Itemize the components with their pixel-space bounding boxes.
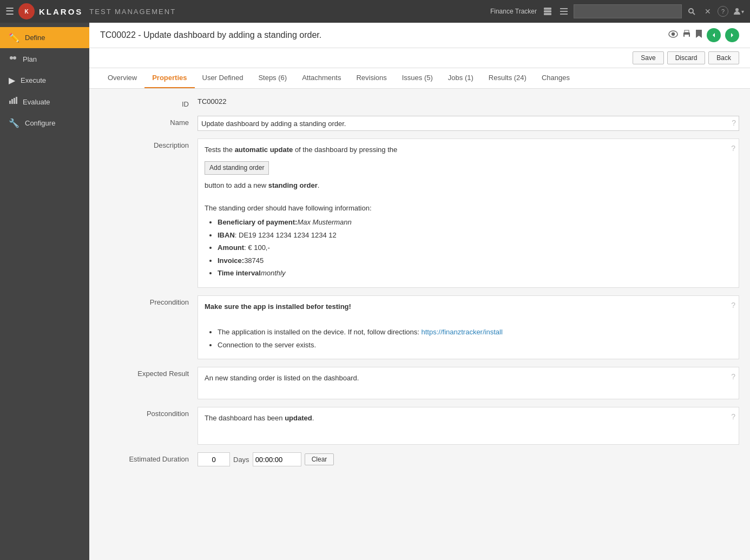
logo-icon: K <box>18 3 35 19</box>
close-search-icon[interactable]: ✕ <box>701 5 714 18</box>
expected-result-field: ? An new standing order is listed on the… <box>198 367 739 399</box>
name-label: Name <box>100 116 198 127</box>
sidebar: ✏️ Define Plan ▶ Execute Evaluate 🔧 Conf… <box>0 23 89 560</box>
expected-result-label: Expected Result <box>100 367 198 378</box>
main-layout: ✏️ Define Plan ▶ Execute Evaluate 🔧 Conf… <box>0 23 750 560</box>
database-icon[interactable] <box>541 5 554 18</box>
list-icon[interactable] <box>557 5 570 18</box>
install-link[interactable]: https://finanztracker/install <box>422 328 503 336</box>
description-row: Description ? Tests the automatic update… <box>100 139 739 288</box>
svg-point-8 <box>689 9 693 13</box>
tab-jobs[interactable]: Jobs (1) <box>440 68 481 88</box>
svg-rect-14 <box>11 99 13 104</box>
tab-revisions[interactable]: Revisions <box>348 68 394 88</box>
svg-text:K: K <box>24 9 29 15</box>
tab-results[interactable]: Results (24) <box>481 68 534 88</box>
define-icon: ✏️ <box>9 32 19 43</box>
id-value: TC00022 <box>198 95 226 106</box>
tab-overview[interactable]: Overview <box>100 68 144 88</box>
print-icon[interactable] <box>682 30 691 41</box>
expected-result-text: An new standing order is listed on the d… <box>205 373 732 384</box>
postcondition-field: ? The dashboard has been updated. <box>198 407 739 445</box>
user-icon[interactable]: ▾ <box>732 5 745 18</box>
sidebar-label-configure: Configure <box>25 119 55 127</box>
tab-attachments[interactable]: Attachments <box>294 68 348 88</box>
save-button[interactable]: Save <box>633 51 663 64</box>
content-area: TC00022 - Update dashboard by adding a s… <box>89 23 750 560</box>
tab-issues[interactable]: Issues (5) <box>394 68 440 88</box>
svg-rect-16 <box>16 97 17 104</box>
days-label: Days <box>233 456 249 464</box>
postcondition-help-icon[interactable]: ? <box>731 411 735 423</box>
next-arrow[interactable] <box>725 28 739 42</box>
help-icon[interactable]: ? <box>718 6 728 17</box>
sidebar-item-configure[interactable]: 🔧 Configure <box>0 113 89 134</box>
name-input[interactable] <box>198 116 739 131</box>
sidebar-item-plan[interactable]: Plan <box>0 48 89 70</box>
desc-help-icon[interactable]: ? <box>731 142 735 154</box>
expected-result-editor[interactable]: ? An new standing order is listed on the… <box>198 367 739 399</box>
eye-icon[interactable] <box>668 30 678 41</box>
brand-name: KLAROS <box>39 7 83 16</box>
sidebar-item-execute[interactable]: ▶ Execute <box>0 70 89 91</box>
toolbar: Save Discard Back <box>89 48 750 68</box>
prev-arrow[interactable] <box>707 28 721 42</box>
name-help-icon: ? <box>732 118 736 127</box>
duration-days-input[interactable] <box>198 452 230 466</box>
svg-rect-15 <box>14 98 15 104</box>
duration-row: Days Clear <box>198 452 739 466</box>
svg-rect-4 <box>544 13 551 15</box>
description-field: ? Tests the automatic update of the dash… <box>198 139 739 288</box>
id-row: ID TC00022 <box>100 97 739 108</box>
svg-rect-13 <box>9 101 11 104</box>
svg-rect-3 <box>544 10 551 12</box>
precondition-list-item-2: Connection to the server exists. <box>218 340 732 351</box>
sidebar-item-define[interactable]: ✏️ Define <box>0 27 89 48</box>
finance-tracker-label: Finance Tracker <box>490 8 537 15</box>
postcondition-label: Postcondition <box>100 407 198 418</box>
hamburger-menu[interactable]: ☰ <box>5 5 14 17</box>
postcondition-editor[interactable]: ? The dashboard has been updated. <box>198 407 739 445</box>
search-icon[interactable] <box>685 5 698 18</box>
sub-brand: TEST MANAGEMENT <box>89 8 176 16</box>
sidebar-label-plan: Plan <box>23 55 37 63</box>
id-label: ID <box>100 97 198 108</box>
description-editor[interactable]: ? Tests the automatic update of the dash… <box>198 139 739 288</box>
name-row: Name ? <box>100 116 739 131</box>
bookmark-icon[interactable] <box>695 29 702 41</box>
precondition-field: ? Make sure the app is installed befor t… <box>198 295 739 360</box>
form-content: ID TC00022 Name ? Description ? <box>89 89 750 560</box>
precondition-help-icon[interactable]: ? <box>731 299 735 311</box>
svg-point-12 <box>13 56 16 60</box>
svg-rect-20 <box>685 30 689 32</box>
execute-icon: ▶ <box>9 75 15 85</box>
svg-rect-2 <box>544 8 551 10</box>
top-nav-icons: ✕ ? ▾ <box>541 4 745 18</box>
top-navigation: ☰ K KLAROS TEST MANAGEMENT Finance Track… <box>0 0 750 23</box>
back-button[interactable]: Back <box>708 51 739 64</box>
svg-point-18 <box>672 33 675 36</box>
estimated-duration-field: Days Clear <box>198 452 739 466</box>
expected-result-row: Expected Result ? An new standing order … <box>100 367 739 399</box>
svg-point-10 <box>735 8 739 11</box>
tab-properties[interactable]: Properties <box>144 68 194 88</box>
name-field: ? <box>198 116 739 131</box>
description-label: Description <box>100 139 198 149</box>
discard-button[interactable]: Discard <box>667 51 706 64</box>
tab-user-defined[interactable]: User Defined <box>195 68 251 88</box>
expected-result-help-icon[interactable]: ? <box>731 371 735 383</box>
clear-button[interactable]: Clear <box>305 453 334 465</box>
sidebar-item-evaluate[interactable]: Evaluate <box>0 91 89 113</box>
sidebar-label-define: Define <box>25 34 45 42</box>
tab-changes[interactable]: Changes <box>534 68 577 88</box>
precondition-editor[interactable]: ? Make sure the app is installed befor t… <box>198 295 739 360</box>
sidebar-label-execute: Execute <box>21 76 46 84</box>
duration-time-input[interactable] <box>253 452 301 466</box>
tab-steps[interactable]: Steps (6) <box>251 68 294 88</box>
svg-point-11 <box>10 56 13 60</box>
postcondition-row: Postcondition ? The dashboard has been u… <box>100 407 739 445</box>
search-input[interactable] <box>574 4 682 18</box>
estimated-duration-row: Estimated Duration Days Clear <box>100 452 739 466</box>
precondition-list-item-1: The application is installed on the devi… <box>218 327 732 338</box>
page-header-icons <box>668 28 739 42</box>
